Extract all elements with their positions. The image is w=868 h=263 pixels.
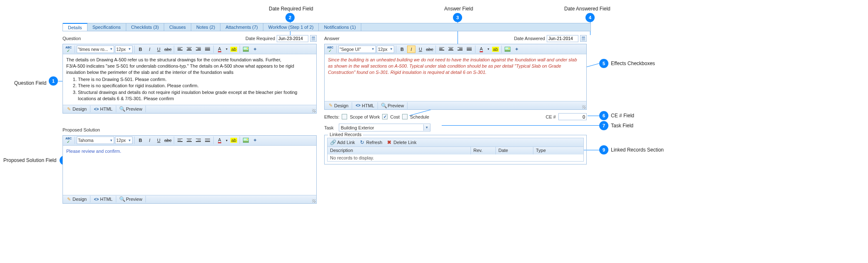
answer-label: Answer xyxy=(324,36,340,41)
date-answered-label: Date Answered xyxy=(514,36,545,41)
font-color-dd-icon[interactable]: ▼ xyxy=(486,46,490,53)
html-tab[interactable]: <>HTML xyxy=(90,196,116,202)
editor-toolbar: "times new ro...▼ 12px▼ B I U abc A ▼ ab xyxy=(63,44,316,54)
insert-link-icon[interactable]: ✦ xyxy=(513,46,521,53)
tab-bar: Details Specifications Checklists (3) Cl… xyxy=(63,23,591,31)
scope-checkbox[interactable] xyxy=(342,114,347,119)
resize-grip-icon[interactable] xyxy=(312,109,315,112)
strike-icon[interactable]: abc xyxy=(425,46,434,53)
resize-grip-icon[interactable] xyxy=(582,105,585,109)
question-content[interactable]: The details on Drawing A-500 refer us to… xyxy=(63,54,316,105)
preview-tab[interactable]: 🔍Preview xyxy=(116,106,146,112)
highlight-icon[interactable]: ab xyxy=(491,46,500,53)
callout-badge: 2 xyxy=(285,13,295,22)
bold-icon[interactable]: B xyxy=(398,46,406,53)
spellcheck-icon[interactable] xyxy=(65,137,73,144)
tab-attachments[interactable]: Attachments (7) xyxy=(220,23,263,31)
proposed-solution-editor: Tahoma▼ 12px▼ B I U abc A ▼ ab xyxy=(63,135,317,204)
col-date[interactable]: Date xyxy=(496,147,533,154)
callout-label: Date Required Field xyxy=(269,6,313,12)
col-description[interactable]: Description xyxy=(328,147,471,154)
tab-details[interactable]: Details xyxy=(63,23,88,31)
tab-notifications[interactable]: Notifications (1) xyxy=(319,23,361,31)
font-select[interactable]: Tahoma▼ xyxy=(77,137,114,144)
date-required-input[interactable] xyxy=(277,35,308,42)
date-required-label: Date Required xyxy=(245,36,275,41)
italic-icon[interactable]: I xyxy=(145,46,154,53)
highlight-icon[interactable]: ab xyxy=(230,137,238,144)
tab-specifications[interactable]: Specifications xyxy=(88,23,126,31)
question-editor: "times new ro...▼ 12px▼ B I U abc A ▼ ab xyxy=(63,44,317,114)
italic-icon[interactable]: I xyxy=(145,137,154,144)
font-color-dd-icon[interactable]: ▼ xyxy=(225,46,229,53)
insert-image-icon[interactable] xyxy=(242,137,250,144)
align-right-icon[interactable] xyxy=(456,46,464,53)
align-right-icon[interactable] xyxy=(194,137,203,144)
task-select[interactable]: Building Exterior▼ xyxy=(339,124,430,132)
font-size-select[interactable]: 12px▼ xyxy=(115,46,133,53)
align-left-icon[interactable] xyxy=(438,46,446,53)
align-center-icon[interactable] xyxy=(185,137,193,144)
question-label: Question xyxy=(63,36,81,41)
tab-checklists[interactable]: Checklists (3) xyxy=(126,23,165,31)
align-justify-icon[interactable] xyxy=(465,46,473,53)
calendar-icon[interactable] xyxy=(580,35,587,42)
align-justify-icon[interactable] xyxy=(203,137,212,144)
font-select[interactable]: "Segoe UI"▼ xyxy=(338,46,376,53)
col-type[interactable]: Type xyxy=(533,147,583,154)
align-left-icon[interactable] xyxy=(176,137,184,144)
tab-notes[interactable]: Notes (2) xyxy=(191,23,220,31)
font-select[interactable]: "times new ro...▼ xyxy=(77,46,114,53)
spellcheck-icon[interactable] xyxy=(326,46,335,53)
refresh-button[interactable]: ↻Refresh xyxy=(359,139,383,145)
highlight-icon[interactable]: ab xyxy=(230,46,238,53)
italic-icon[interactable]: I xyxy=(407,46,415,53)
callout-badge: 1 xyxy=(49,76,58,86)
align-left-icon[interactable] xyxy=(176,46,184,53)
align-center-icon[interactable] xyxy=(185,46,193,53)
underline-icon[interactable]: U xyxy=(416,46,425,53)
delete-link-button[interactable]: ✖Delete Link xyxy=(386,139,416,145)
add-link-button[interactable]: 🔗Add Link xyxy=(330,139,355,145)
font-size-select[interactable]: 12px▼ xyxy=(377,46,394,53)
insert-link-icon[interactable]: ✦ xyxy=(251,46,259,53)
font-color-icon[interactable]: A xyxy=(477,46,485,53)
answer-content[interactable]: Since the building is an unheated buildi… xyxy=(325,54,586,101)
tab-clauses[interactable]: Clauses xyxy=(164,23,191,31)
strike-icon[interactable]: abc xyxy=(164,137,172,144)
tab-workflow[interactable]: Workflow (Step 1 of 2) xyxy=(263,23,319,31)
insert-image-icon[interactable] xyxy=(242,46,250,53)
ce-number-input[interactable] xyxy=(558,113,587,120)
schedule-checkbox[interactable] xyxy=(402,114,408,119)
design-tab[interactable]: ✎Design xyxy=(63,196,90,202)
insert-link-icon[interactable]: ✦ xyxy=(251,137,259,144)
resize-grip-icon[interactable] xyxy=(312,199,315,202)
font-size-select[interactable]: 12px▼ xyxy=(115,137,133,144)
design-tab[interactable]: ✎Design xyxy=(63,106,90,112)
preview-tab[interactable]: 🔍Preview xyxy=(116,196,146,202)
spellcheck-icon[interactable] xyxy=(65,46,73,53)
insert-image-icon[interactable] xyxy=(503,46,512,53)
html-tab[interactable]: <>HTML xyxy=(352,102,378,109)
strike-icon[interactable]: abc xyxy=(164,46,172,53)
align-center-icon[interactable] xyxy=(447,46,455,53)
cost-checkbox[interactable] xyxy=(382,114,388,119)
preview-tab[interactable]: 🔍Preview xyxy=(378,102,408,109)
underline-icon[interactable]: U xyxy=(155,137,163,144)
font-color-icon[interactable]: A xyxy=(215,46,224,53)
date-answered-input[interactable] xyxy=(547,35,578,42)
align-justify-icon[interactable] xyxy=(203,46,212,53)
editor-toolbar: "Segoe UI"▼ 12px▼ B I U abc A ▼ ab xyxy=(325,44,586,54)
calendar-icon[interactable] xyxy=(310,35,317,42)
underline-icon[interactable]: U xyxy=(155,46,163,53)
align-right-icon[interactable] xyxy=(194,46,203,53)
col-rev[interactable]: Rev. xyxy=(471,147,496,154)
proposed-content[interactable]: Please review and confirm. xyxy=(63,146,316,195)
bold-icon[interactable]: B xyxy=(136,46,145,53)
bold-icon[interactable]: B xyxy=(136,137,145,144)
task-label: Task xyxy=(324,125,334,130)
font-color-icon[interactable]: A xyxy=(215,137,224,144)
html-tab[interactable]: <>HTML xyxy=(90,106,116,112)
font-color-dd-icon[interactable]: ▼ xyxy=(225,137,229,144)
design-tab[interactable]: ✎Design xyxy=(325,102,352,109)
